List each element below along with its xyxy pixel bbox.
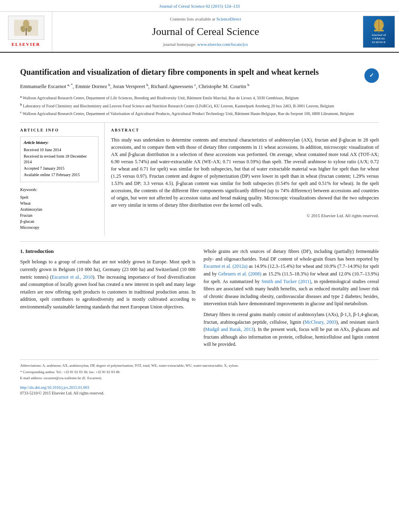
abstract-col: ABSTRACT This study was undertaken to de…: [105, 123, 379, 235]
elsevier-logo: ELSEVIER: [8, 16, 44, 47]
ref-mudgil2013[interactable]: Mudgil and Barak, 2013: [205, 327, 253, 332]
info-abstract-section: ARTICLE INFO Article history: Received 1…: [20, 122, 379, 235]
corresponding-note: * Corresponding author. Tel.: +32 81 62 …: [20, 370, 379, 375]
journal-ref-link[interactable]: Journal of Cereal Science 62 (2015) 124–…: [159, 4, 240, 8]
abstract-heading: ABSTRACT: [111, 127, 379, 133]
issn-line: 0733-5210/© 2015 Elsevier Ltd. All right…: [20, 390, 379, 396]
article-info-col: ARTICLE INFO Article history: Received 1…: [20, 123, 105, 235]
email-note: E-mail address: escarnot@cra.wallonie.be…: [20, 376, 379, 381]
intro-left-col: 1. Introduction Spelt belongs to a group…: [20, 248, 195, 351]
sciencedirect-line: Contents lists available at ScienceDirec…: [170, 16, 241, 22]
doi-link[interactable]: http://dx.doi.org/10.1016/j.jcs.2015.01.…: [20, 385, 379, 390]
elsevier-image: [8, 16, 44, 40]
received-date: Received 10 June 2014: [24, 147, 95, 153]
affiliation-b: b Laboratory of Food Chemistry and Bioch…: [20, 102, 379, 109]
available-online: Available online 17 February 2015: [24, 172, 95, 178]
keyword-fructan: Fructan: [20, 212, 99, 218]
intro-title: 1. Introduction: [20, 248, 195, 255]
section-divider: [20, 241, 379, 242]
keyword-spelt: Spelt: [20, 194, 99, 200]
article-history-box: Article history: Received 10 June 2014 R…: [20, 136, 99, 182]
intro-para-2: Whole grains are rich sources of dietary…: [204, 248, 379, 308]
journal-title-area: Contents lists available at ScienceDirec…: [52, 12, 359, 52]
crossmark-badge[interactable]: ✓: [364, 68, 379, 83]
journal-logo: Journal of CEREAL SCIENCE: [363, 16, 395, 48]
article-title: Quantification and visualization of diet…: [20, 67, 379, 77]
top-bar: Journal of Cereal Science 62 (2015) 124–…: [0, 0, 399, 12]
abstract-text: This study was undertaken to determine c…: [111, 136, 379, 209]
introduction-section: 1. Introduction Spelt belongs to a group…: [20, 248, 379, 351]
keyword-arabinoxylan: Arabinoxylan: [20, 206, 99, 212]
journal-logo-area: Journal of CEREAL SCIENCE: [359, 12, 399, 52]
journal-logo-text: Journal of CEREAL SCIENCE: [372, 33, 386, 44]
affiliation-c: c Walloon Agricultural Research Centre, …: [20, 110, 379, 117]
keyword-betaglucan: β-glucan: [20, 218, 99, 224]
ref-escarnot2010[interactable]: Escarnot et al., 2010: [51, 274, 93, 280]
intro-right-col: Whole grains are rich sources of dietary…: [204, 248, 379, 351]
keyword-wheat: Wheat: [20, 200, 99, 206]
accepted-date: Accepted 7 January 2015: [24, 166, 95, 171]
elsevier-wordmark: ELSEVIER: [12, 41, 41, 47]
history-label: Article history:: [24, 140, 95, 146]
intro-para-3: Dietary fibres in cereal grains mainly c…: [204, 311, 379, 348]
homepage-line: journal homepage: www.elsevier.com/locat…: [163, 41, 248, 47]
homepage-link[interactable]: www.elsevier.com/locate/jcs: [197, 42, 248, 47]
keywords-label: Keywords:: [20, 187, 99, 193]
copyright-line: © 2015 Elsevier Ltd. All rights reserved…: [111, 213, 379, 219]
intro-para-1: Spelt belongs to a group of cereals that…: [20, 258, 195, 310]
authors-line: Emmanuelle Escarnot a, *, Emmie Dornez b…: [20, 82, 379, 91]
ref-mccleary2003[interactable]: McCleary, 2003: [304, 319, 336, 325]
elsevier-logo-area: ELSEVIER: [0, 12, 52, 52]
received-revised: Received in revised form 18 December 201…: [24, 154, 95, 165]
keywords-section: Keywords: Spelt Wheat Arabinoxylan Fruct…: [20, 187, 99, 230]
ref-escarnot2012a[interactable]: Escarnot et al. (2012a): [204, 263, 247, 269]
ref-gebruers2008[interactable]: Gebruers et al. (2008): [218, 271, 261, 277]
affiliations: a Walloon Agricultural Research Centre, …: [20, 94, 379, 117]
footnotes: Abbreviations: A, arabinose; AX, arabino…: [20, 359, 379, 381]
journal-header: ELSEVIER Contents lists available at Sci…: [0, 12, 399, 53]
affiliation-a: a Walloon Agricultural Research Centre, …: [20, 94, 379, 101]
article-info-heading: ARTICLE INFO: [20, 127, 99, 133]
page: Journal of Cereal Science 62 (2015) 124–…: [0, 0, 399, 532]
main-content: ✓ Quantification and visualization of di…: [0, 53, 399, 404]
keyword-microscopy: Microscopy: [20, 224, 99, 230]
ref-smith2011[interactable]: Smith and Tucker (2011): [261, 279, 311, 284]
sciencedirect-link[interactable]: ScienceDirect: [216, 16, 241, 21]
abbreviations-note: Abbreviations: A, arabinose; AX, arabino…: [20, 363, 379, 368]
journal-title: Journal of Cereal Science: [152, 25, 259, 39]
crossmark-icon: ✓: [364, 68, 379, 83]
